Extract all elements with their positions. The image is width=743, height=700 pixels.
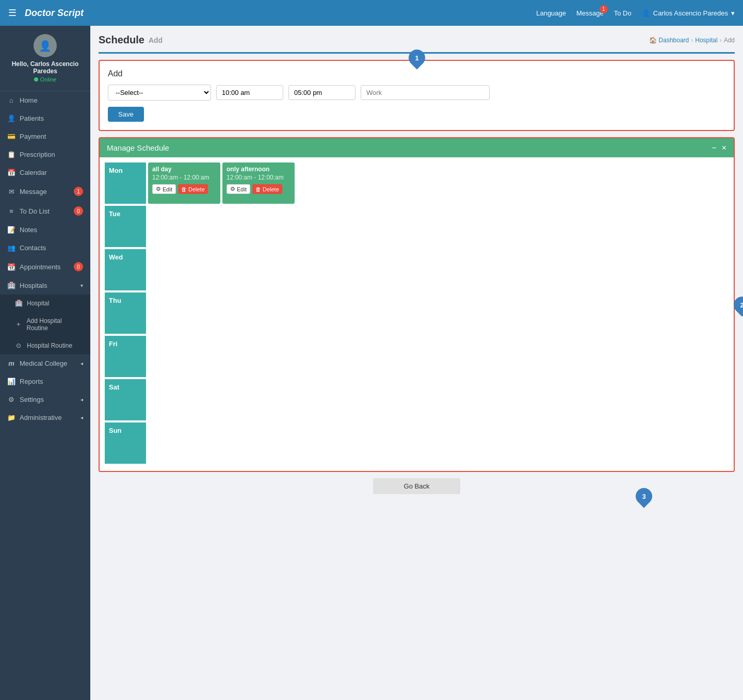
- online-dot: [34, 77, 38, 82]
- payment-icon: 💳: [7, 133, 15, 140]
- edit-icon-2: ⚙: [230, 186, 235, 192]
- time-start-input[interactable]: [216, 85, 283, 100]
- sidebar-item-administrative[interactable]: 📁 Administrative ◂: [0, 409, 90, 427]
- breadcrumb-hospital[interactable]: Hospital: [695, 37, 717, 44]
- user-menu[interactable]: 👤 Carlos Ascencio Paredes ▾: [642, 9, 735, 17]
- medical-college-icon: m: [7, 360, 15, 367]
- time-end-input[interactable]: [288, 85, 356, 100]
- fri-events: [148, 336, 729, 377]
- schedule-row-sat: Sat: [105, 379, 729, 420]
- manage-schedule-title: Manage Schedule: [107, 143, 169, 152]
- delete-icon-2: 🗑: [255, 186, 261, 192]
- menu-icon[interactable]: ☰: [8, 7, 17, 19]
- day-mon: Mon: [105, 162, 146, 204]
- notes-icon: 📝: [7, 226, 15, 234]
- marker-1-wrapper: 1: [409, 50, 425, 66]
- todo-menu[interactable]: To Do: [614, 9, 632, 17]
- todo-sidebar-badge: 0: [74, 206, 83, 216]
- administrative-arrow: ◂: [80, 415, 83, 420]
- add-form-wrapper: 1 Add --Select-- Save: [99, 60, 735, 131]
- message-badge: 1: [600, 5, 608, 13]
- schedule-row-wed: Wed: [105, 249, 729, 290]
- hospitals-submenu: 🏥 Hospital + Add Hospital Routine ⊙ Hosp…: [0, 295, 90, 354]
- manage-schedule-header: Manage Schedule − ×: [100, 138, 734, 157]
- day-sun: Sun: [105, 422, 146, 464]
- sidebar-item-medical-college[interactable]: m Medical College ◂: [0, 354, 90, 372]
- settings-icon: ⚙: [7, 396, 15, 403]
- contacts-icon: 👥: [7, 244, 15, 252]
- sidebar: 👤 Hello, Carlos Ascencio Paredes Online …: [0, 26, 90, 700]
- language-menu[interactable]: Language: [536, 9, 566, 17]
- breadcrumb-dashboard[interactable]: Dashboard: [659, 37, 689, 44]
- main-content: Schedule Add 🏠 Dashboard › Hospital › Ad…: [90, 26, 743, 700]
- delete-icon: 🗑: [181, 186, 187, 192]
- edit-button-allday[interactable]: ⚙ Edit: [152, 184, 176, 194]
- go-back-bar: Go Back 3: [99, 478, 735, 494]
- add-form: Add --Select-- Save: [99, 60, 735, 131]
- wed-events: [148, 249, 729, 290]
- sidebar-item-settings[interactable]: ⚙ Settings ◂: [0, 390, 90, 409]
- manage-header-actions: − ×: [712, 144, 726, 152]
- edit-button-afternoon[interactable]: ⚙ Edit: [227, 184, 250, 194]
- sidebar-item-notes[interactable]: 📝 Notes: [0, 221, 90, 239]
- close-button[interactable]: ×: [722, 144, 726, 152]
- schedule-type-select[interactable]: --Select--: [108, 85, 211, 101]
- delete-button-afternoon[interactable]: 🗑 Delete: [252, 184, 282, 194]
- schedule-row-sun: Sun: [105, 422, 729, 464]
- sidebar-item-hospital-routine[interactable]: ⊙ Hospital Routine: [0, 337, 90, 354]
- minimize-button[interactable]: −: [712, 144, 716, 152]
- event-all-day: all day 12:00:am - 12:00:am ⚙ Edit 🗑: [148, 162, 220, 204]
- sidebar-item-prescription[interactable]: 📋 Prescription: [0, 145, 90, 164]
- message-menu[interactable]: Message 1: [576, 9, 604, 17]
- sidebar-item-appointments[interactable]: 📆 Appointments 0: [0, 257, 90, 276]
- sidebar-item-hospitals[interactable]: 🏥 Hospitals ▾: [0, 276, 90, 295]
- day-tue: Tue: [105, 206, 146, 247]
- day-fri: Fri: [105, 336, 146, 377]
- manage-schedule: Manage Schedule − × Mon all d: [99, 137, 735, 472]
- event-only-afternoon: only afternoon 12:00:am - 12:00:am ⚙ Edi…: [222, 162, 295, 204]
- hospitals-icon: 🏥: [7, 282, 15, 289]
- administrative-icon: 📁: [7, 414, 15, 421]
- manage-schedule-wrapper: Manage Schedule − × Mon all d: [99, 137, 735, 472]
- settings-arrow: ◂: [80, 397, 83, 402]
- hospitals-arrow: ▾: [80, 283, 83, 288]
- work-input[interactable]: [361, 85, 490, 100]
- edit-icon: ⚙: [156, 186, 161, 192]
- todo-icon: ≡: [7, 207, 15, 215]
- topnav-right: Language Message 1 To Do 👤 Carlos Ascenc…: [536, 9, 735, 17]
- medical-college-arrow: ◂: [80, 361, 83, 366]
- page-header: Schedule Add 🏠 Dashboard › Hospital › Ad…: [99, 34, 735, 46]
- sidebar-item-patients[interactable]: 👤 Patients: [0, 109, 90, 127]
- page-title-sub: Add: [149, 36, 163, 44]
- avatar: 👤: [34, 34, 57, 57]
- tue-events: [148, 206, 729, 247]
- sun-events: [148, 422, 729, 464]
- sidebar-item-add-hospital-routine[interactable]: + Add Hospital Routine: [0, 312, 90, 337]
- sidebar-item-message[interactable]: ✉ Message 1: [0, 182, 90, 201]
- schedule-row-thu: Thu: [105, 292, 729, 334]
- marker-1: 1: [405, 46, 428, 69]
- add-hospital-routine-icon: +: [14, 321, 23, 328]
- save-button[interactable]: Save: [108, 107, 144, 122]
- delete-button-allday[interactable]: 🗑 Delete: [178, 184, 208, 194]
- sidebar-item-hospital[interactable]: 🏥 Hospital: [0, 295, 90, 312]
- sidebar-item-reports[interactable]: 📊 Reports: [0, 372, 90, 390]
- calendar-icon: 📅: [7, 169, 15, 176]
- schedule-table: Mon all day 12:00:am - 12:00:am ⚙ Edit: [100, 157, 734, 471]
- sidebar-item-home[interactable]: ⌂ Home: [0, 91, 90, 109]
- go-back-button[interactable]: Go Back: [373, 478, 461, 494]
- main-layout: 👤 Hello, Carlos Ascencio Paredes Online …: [0, 26, 743, 700]
- message-icon: ✉: [7, 188, 15, 196]
- hospital-routine-icon: ⊙: [14, 342, 23, 349]
- mon-events: all day 12:00:am - 12:00:am ⚙ Edit 🗑: [148, 162, 729, 204]
- day-thu: Thu: [105, 292, 146, 334]
- day-wed: Wed: [105, 249, 146, 290]
- sidebar-item-todo[interactable]: ≡ To Do List 0: [0, 201, 90, 221]
- event-actions-1: ⚙ Edit 🗑 Delete: [227, 184, 290, 194]
- top-navigation: ☰ Doctor Script Language Message 1 To Do…: [0, 0, 743, 26]
- sidebar-item-payment[interactable]: 💳 Payment: [0, 127, 90, 145]
- sidebar-item-calendar[interactable]: 📅 Calendar: [0, 164, 90, 182]
- hospital-sub-icon: 🏥: [14, 300, 23, 307]
- sat-events: [148, 379, 729, 420]
- sidebar-item-contacts[interactable]: 👥 Contacts: [0, 239, 90, 257]
